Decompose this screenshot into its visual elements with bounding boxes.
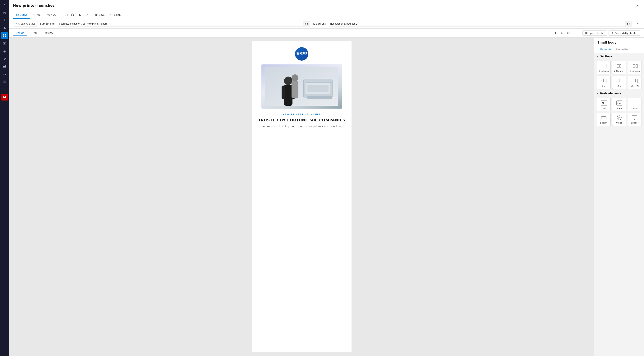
nav-icon-lightning[interactable]: ⚡ bbox=[1, 86, 8, 93]
modal-close-button[interactable]: × bbox=[635, 3, 640, 8]
chevron-down-icon bbox=[636, 22, 639, 25]
video-label: Video bbox=[616, 122, 622, 124]
section-3-column[interactable]: 3 Column bbox=[628, 61, 642, 74]
save-button[interactable]: Save bbox=[93, 12, 106, 18]
element-video[interactable]: Video bbox=[612, 113, 626, 126]
svg-point-34 bbox=[617, 116, 622, 120]
nav-icon-custom[interactable]: ◈ bbox=[1, 48, 8, 55]
design-tab-preview[interactable]: Preview bbox=[41, 30, 56, 36]
1-column-icon bbox=[601, 63, 607, 69]
publish-button[interactable]: Publish bbox=[106, 12, 123, 18]
nav-icon-edit[interactable]: ✎ bbox=[1, 17, 8, 24]
section-custom[interactable]: Custom bbox=[628, 76, 642, 89]
main-area: New printer launches × Designer HTML Pre… bbox=[9, 0, 644, 356]
right-panel: Email body Elements Properties Sections bbox=[594, 38, 644, 356]
create-ab-label: + Create A/B test bbox=[16, 22, 35, 25]
nav-icon-list[interactable]: ☰ bbox=[1, 78, 8, 85]
design-tab-html[interactable]: HTML bbox=[28, 30, 40, 36]
separator-2 bbox=[92, 13, 92, 17]
nav-icon-marketing[interactable]: M bbox=[1, 94, 8, 101]
nav-icon-user[interactable] bbox=[1, 71, 8, 78]
design-undo-button[interactable] bbox=[559, 30, 565, 36]
image-label: Image bbox=[616, 107, 622, 109]
contacts-button[interactable] bbox=[76, 12, 83, 18]
element-image[interactable]: Image bbox=[612, 98, 626, 111]
section-1-column[interactable]: 1 Column bbox=[597, 61, 611, 74]
tab-html[interactable]: HTML bbox=[30, 11, 43, 19]
svg-point-0 bbox=[4, 27, 5, 28]
svg-rect-23 bbox=[308, 96, 332, 99]
svg-rect-8 bbox=[5, 65, 6, 68]
left-nav: ⌂ ◷ ✎ ◈ ↻ ☰ ⚡ M bbox=[0, 0, 9, 356]
design-toolbar: Design HTML Preview Spam checker bbox=[9, 29, 644, 38]
nav-icon-contacts[interactable] bbox=[1, 25, 8, 32]
svg-point-10 bbox=[79, 14, 80, 15]
to-address-input[interactable] bbox=[328, 21, 625, 26]
chevron-down-basic-icon bbox=[597, 92, 599, 95]
basic-elements-header[interactable]: Basic elements bbox=[594, 90, 644, 96]
tab-designer[interactable]: Designer bbox=[13, 11, 30, 19]
panel-tab-elements[interactable]: Elements bbox=[598, 46, 614, 53]
svg-rect-21 bbox=[308, 85, 328, 92]
svg-rect-2 bbox=[5, 34, 6, 36]
nav-icon-home[interactable]: ⌂ bbox=[1, 2, 8, 9]
publish-icon bbox=[108, 14, 112, 17]
subject-curly-button[interactable]: {} bbox=[303, 21, 310, 26]
redo-button[interactable] bbox=[70, 12, 76, 18]
modal: New printer launches × Designer HTML Pre… bbox=[9, 0, 644, 356]
add-element-button[interactable] bbox=[552, 30, 558, 36]
svg-point-28 bbox=[292, 74, 298, 81]
2-column-icon bbox=[616, 63, 622, 69]
svg-point-9 bbox=[4, 73, 5, 74]
svg-rect-7 bbox=[4, 66, 5, 68]
svg-rect-33 bbox=[602, 118, 605, 118]
to-input-wrap: {} bbox=[328, 21, 632, 27]
element-divider[interactable]: Divider bbox=[628, 98, 642, 111]
plus-icon bbox=[554, 32, 557, 34]
element-text[interactable]: Abc Text bbox=[597, 98, 611, 111]
subject-input[interactable] bbox=[57, 21, 303, 26]
nav-icon-segments[interactable] bbox=[1, 32, 8, 39]
svg-rect-30 bbox=[616, 101, 622, 105]
panel-tabs: Elements Properties bbox=[594, 46, 644, 53]
nav-icon-sync[interactable]: ↻ bbox=[1, 55, 8, 62]
element-spacer[interactable]: Spacer bbox=[628, 113, 642, 126]
design-tab-design[interactable]: Design bbox=[13, 30, 27, 36]
expand-icon bbox=[574, 32, 576, 34]
panel-tab-properties[interactable]: Properties bbox=[614, 46, 631, 53]
svg-point-31 bbox=[618, 102, 619, 103]
sections-header[interactable]: Sections bbox=[594, 53, 644, 59]
svg-rect-6 bbox=[3, 66, 4, 68]
3-column-label: 3 Column bbox=[630, 70, 640, 72]
to-curly-button[interactable]: {} bbox=[625, 21, 632, 26]
video-element-icon bbox=[616, 115, 622, 120]
svg-rect-5 bbox=[3, 42, 6, 44]
nav-icon-email[interactable] bbox=[1, 40, 8, 47]
create-ab-button[interactable]: + Create A/B test bbox=[13, 21, 38, 27]
nav-icon-clock[interactable]: ◷ bbox=[1, 9, 8, 16]
contacts-icon bbox=[78, 14, 81, 17]
element-button[interactable]: Button bbox=[597, 113, 611, 126]
section-2-column[interactable]: 2 Column bbox=[612, 61, 626, 74]
design-redo-button[interactable] bbox=[566, 30, 571, 36]
spacer-element-icon bbox=[632, 115, 638, 120]
modal-title: New printer launches bbox=[13, 4, 632, 8]
svg-rect-1 bbox=[3, 34, 4, 36]
svg-rect-22 bbox=[306, 82, 333, 83]
spam-checker-button[interactable]: Spam checker bbox=[582, 31, 607, 36]
accessibility-checker-button[interactable]: Accessibility checker bbox=[608, 31, 640, 36]
tab-preview[interactable]: Preview bbox=[43, 11, 59, 19]
delete-button[interactable] bbox=[83, 12, 90, 18]
spam-checker-label: Spam checker bbox=[588, 32, 604, 35]
sections-grid: 1 Column 2 Column 3 Column bbox=[594, 59, 644, 90]
fullscreen-button[interactable] bbox=[572, 30, 578, 36]
svg-rect-4 bbox=[5, 36, 6, 37]
svg-rect-13 bbox=[96, 14, 97, 15]
expand-button[interactable] bbox=[634, 21, 640, 27]
section-2-1[interactable]: 2-1 bbox=[612, 76, 626, 89]
content-area: CONTOSO WORLDWIDE bbox=[9, 38, 644, 356]
undo-button[interactable] bbox=[62, 12, 70, 18]
email-hero-image bbox=[262, 65, 342, 109]
nav-icon-reports[interactable] bbox=[1, 63, 8, 70]
section-1-2[interactable]: 1-2 bbox=[597, 76, 611, 89]
